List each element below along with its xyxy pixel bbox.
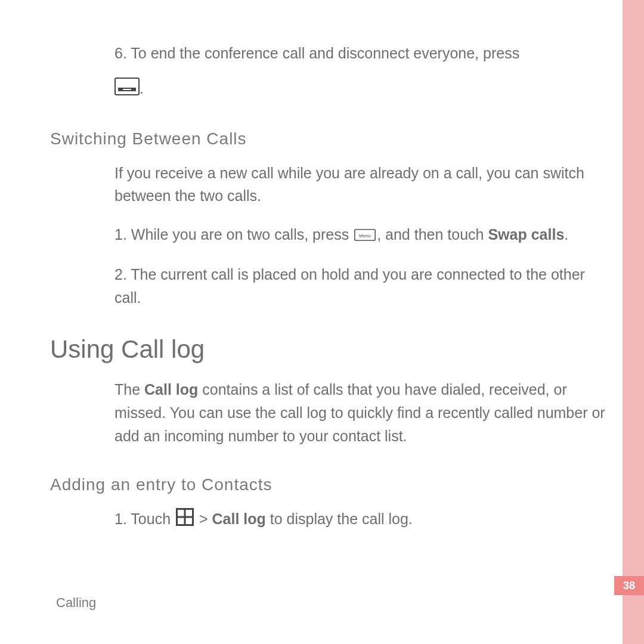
- call-log-bold: Call log: [144, 381, 198, 398]
- switching-heading: Switching Between Calls: [50, 129, 608, 148]
- call-log-intro: The Call log contains a list of calls th…: [114, 378, 608, 447]
- adding-step-1a: 1. Touch: [114, 510, 175, 527]
- right-sidebar: [623, 0, 644, 644]
- adding-step-1c: to display the call log.: [266, 510, 413, 527]
- adding-call-log-bold: Call log: [212, 510, 266, 527]
- end-call-key-icon: [114, 78, 140, 102]
- footer-section-label: Calling: [56, 595, 96, 611]
- page-content: 6. To end the conference call and discon…: [50, 42, 608, 547]
- adding-step-1b: >: [195, 510, 212, 527]
- step-6-icon-line: .: [114, 77, 608, 102]
- call-log-intro-a: The: [114, 381, 144, 398]
- adding-step-1: 1. Touch > Call log to display the call …: [114, 507, 608, 532]
- svg-text:Menu: Menu: [359, 233, 371, 239]
- step-6-period: .: [140, 80, 144, 97]
- adding-contacts-heading: Adding an entry to Contacts: [50, 475, 608, 494]
- svg-rect-2: [123, 89, 131, 90]
- switching-step-2: 2. The current call is placed on hold an…: [114, 263, 608, 309]
- switching-step-1a: 1. While you are on two calls, press: [114, 226, 353, 243]
- step-6-text: 6. To end the conference call and discon…: [114, 45, 519, 61]
- switching-step-1c: .: [564, 226, 568, 243]
- step-6-line: 6. To end the conference call and discon…: [114, 42, 608, 65]
- switching-intro: If you receive a new call while you are …: [114, 162, 608, 208]
- apps-grid-icon: [176, 508, 194, 532]
- svg-rect-0: [115, 78, 139, 95]
- swap-calls-bold: Swap calls: [488, 226, 564, 243]
- menu-key-icon: Menu: [354, 224, 376, 247]
- switching-step-1b: , and then touch: [377, 226, 488, 243]
- switching-step-1: 1. While you are on two calls, press Men…: [114, 223, 608, 247]
- using-call-log-heading: Using Call log: [50, 335, 608, 364]
- page-number: 38: [614, 576, 644, 595]
